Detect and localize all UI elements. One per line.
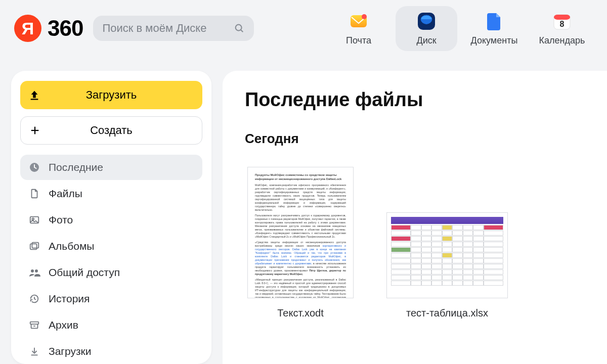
sidebar: Загрузить Создать Последние Файлы	[0, 57, 223, 364]
file-grid: Продукты МойОфис совместимы со средством…	[245, 162, 585, 319]
svg-point-15	[32, 218, 34, 220]
nav-label: Календарь	[539, 35, 585, 46]
page-title: Последние файлы	[245, 89, 585, 111]
file-name: тест-таблица.xlsx	[406, 307, 488, 319]
sidebar-item-label: Архив	[49, 319, 78, 331]
svg-rect-16	[30, 244, 37, 249]
logo-text: 360	[48, 16, 83, 41]
sidebar-item-label: Загрузки	[49, 345, 92, 357]
archive-icon	[27, 318, 41, 332]
file-icon	[27, 187, 41, 201]
sidebar-item-files[interactable]: Файлы	[20, 181, 202, 206]
header: Я 360 Поиск в моём Диске Почта Диск Доку…	[0, 0, 607, 57]
main-content: Последние файлы Сегодня Продукты МойОфис…	[223, 71, 607, 364]
sidebar-item-shared[interactable]: Общий доступ	[20, 260, 202, 285]
sidebar-item-label: Последние	[49, 161, 103, 173]
disk-icon	[415, 10, 438, 32]
svg-point-0	[236, 25, 242, 31]
upload-button[interactable]: Загрузить	[20, 81, 202, 109]
nav-label: Диск	[416, 35, 436, 46]
nav-label: Документы	[471, 35, 518, 46]
svg-rect-10	[31, 99, 38, 100]
album-icon	[27, 239, 41, 253]
sidebar-item-albums[interactable]: Альбомы	[20, 234, 202, 259]
photo-icon	[27, 213, 41, 227]
sidebar-item-label: История	[49, 293, 90, 305]
sidebar-item-label: Файлы	[49, 188, 82, 200]
spreadsheet-thumbnail	[386, 212, 508, 298]
svg-text:8: 8	[560, 20, 565, 28]
svg-rect-20	[30, 322, 39, 325]
docs-icon	[483, 10, 505, 32]
document-thumbnail: Продукты МойОфис совместимы со средством…	[247, 167, 354, 298]
upload-icon	[20, 89, 49, 101]
history-icon	[27, 292, 41, 306]
nav-documents[interactable]: Документы	[463, 6, 525, 51]
shared-icon	[27, 265, 41, 280]
file-name: Текст.xodt	[277, 307, 324, 319]
svg-rect-8	[554, 15, 570, 20]
sidebar-item-history[interactable]: История	[20, 286, 202, 311]
svg-rect-17	[32, 243, 38, 248]
plus-icon	[21, 125, 49, 136]
nav-label: Почта	[346, 35, 371, 46]
clock-icon	[27, 160, 41, 174]
file-card[interactable]: Продукты МойОфис совместимы со средством…	[245, 167, 356, 319]
section-title: Сегодня	[245, 131, 585, 147]
sidebar-item-downloads[interactable]: Загрузки	[20, 339, 202, 364]
svg-point-18	[31, 269, 34, 272]
search-placeholder: Поиск в моём Диске	[102, 22, 229, 35]
sidebar-item-photo[interactable]: Фото	[20, 207, 202, 233]
create-button[interactable]: Создать	[20, 116, 202, 145]
sidebar-item-recent[interactable]: Последние	[20, 155, 202, 180]
mail-icon	[348, 10, 370, 32]
sidebar-item-label: Общий доступ	[49, 266, 120, 279]
file-card[interactable]: тест-таблица.xlsx	[392, 167, 503, 319]
sidebar-nav: Последние Файлы Фото Альбомы Общий досту…	[20, 155, 202, 364]
yandex-logo-icon: Я	[14, 15, 41, 42]
search-icon	[234, 22, 245, 34]
nav-disk[interactable]: Диск	[396, 6, 457, 51]
sidebar-item-archive[interactable]: Архив	[20, 312, 202, 338]
sidebar-item-label: Фото	[49, 214, 73, 226]
calendar-icon: 8	[551, 10, 573, 32]
svg-point-19	[35, 269, 38, 272]
nav-mail[interactable]: Почта	[328, 6, 389, 51]
download-icon	[27, 344, 41, 358]
top-nav: Почта Диск Документы 8 Календарь	[328, 6, 593, 51]
nav-calendar[interactable]: 8 Календарь	[531, 6, 593, 51]
sidebar-item-label: Альбомы	[49, 240, 94, 252]
svg-line-1	[241, 30, 243, 32]
svg-point-3	[362, 14, 367, 19]
logo[interactable]: Я 360	[14, 15, 83, 42]
search-input[interactable]: Поиск в моём Диске	[93, 16, 254, 41]
